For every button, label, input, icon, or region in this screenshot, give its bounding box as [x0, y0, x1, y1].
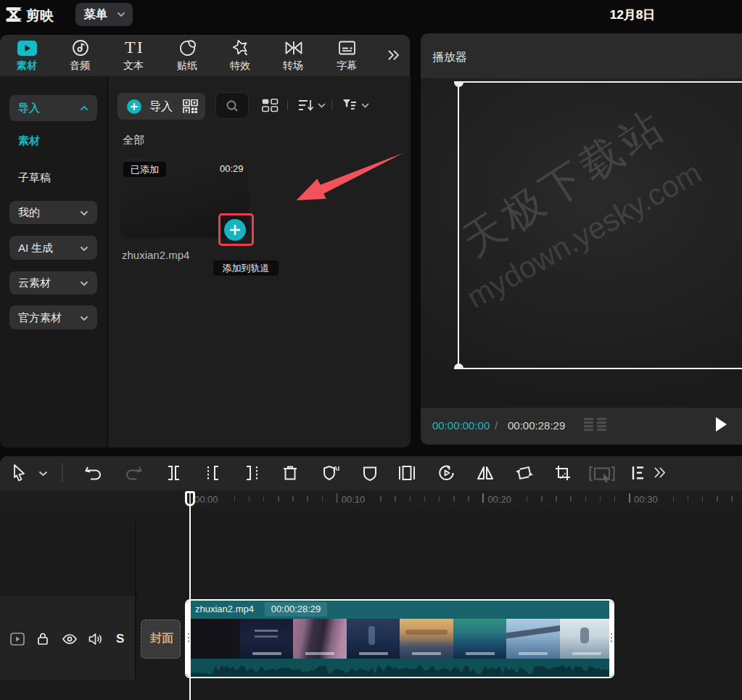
svg-text:AI: AI: [333, 465, 339, 472]
